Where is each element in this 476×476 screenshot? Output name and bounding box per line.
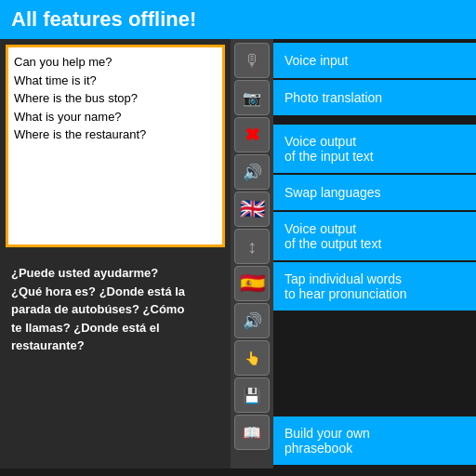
phrasebook-label: Build your own phrasebook: [273, 416, 476, 465]
english-flag-icon: 🇬🇧: [240, 197, 265, 221]
swap-languages-label: Swap languages: [273, 175, 476, 210]
speaker-output-button[interactable]: 🔊: [234, 303, 270, 338]
photo-translation-label: Photo translation: [273, 80, 476, 115]
left-panel: Can you help me? What time is it? Where …: [0, 39, 231, 469]
right-panel: Voice input Photo translation Voice outp…: [273, 39, 476, 469]
swap-icon: ↕: [247, 236, 257, 258]
mic-icon: 🎙: [244, 51, 260, 71]
mic-button[interactable]: 🎙: [234, 43, 270, 78]
camera-icon: 📷: [243, 89, 261, 107]
header-title: All features offline!: [11, 7, 196, 32]
speaker-input-icon: 🔊: [243, 163, 262, 182]
tap-word-button[interactable]: 👆: [234, 340, 270, 376]
main-content: Can you help me? What time is it? Where …: [0, 39, 476, 469]
spanish-flag-icon: 🇪🇸: [240, 271, 265, 296]
book-button[interactable]: 📖: [234, 415, 270, 450]
input-area[interactable]: Can you help me? What time is it? Where …: [6, 45, 225, 247]
spanish-flag-button[interactable]: 🇪🇸: [234, 266, 270, 301]
voice-output-input-label: Voice output of the input text: [273, 125, 476, 173]
tap-word-icon: 👆: [245, 350, 260, 365]
input-text: Can you help me? What time is it? Where …: [14, 53, 217, 144]
camera-button[interactable]: 📷: [234, 80, 270, 115]
delete-button[interactable]: ✖: [234, 117, 270, 152]
speaker-output-icon: 🔊: [243, 311, 262, 331]
save-icon: 💾: [243, 387, 261, 404]
close-icon: ✖: [245, 124, 260, 146]
toolbar: 🎙 📷 ✖ 🔊 🇬🇧 ↕ 🇪🇸 🔊 👆: [231, 39, 273, 469]
book-icon: 📖: [243, 424, 261, 442]
tap-words-label: Tap individual words to hear pronunciati…: [273, 262, 476, 311]
swap-button[interactable]: ↕: [234, 229, 270, 264]
english-flag-button[interactable]: 🇬🇧: [234, 192, 270, 227]
voice-output-output-label: Voice output of the output text: [273, 212, 476, 260]
save-button[interactable]: 💾: [234, 377, 270, 413]
output-text: ¿Puede usted ayudarme? ¿Qué hora es? ¿Do…: [11, 264, 219, 355]
voice-input-label: Voice input: [273, 43, 476, 78]
header: All features offline!: [0, 0, 476, 39]
output-area: ¿Puede usted ayudarme? ¿Qué hora es? ¿Do…: [6, 258, 225, 463]
speaker-input-button[interactable]: 🔊: [234, 154, 270, 190]
